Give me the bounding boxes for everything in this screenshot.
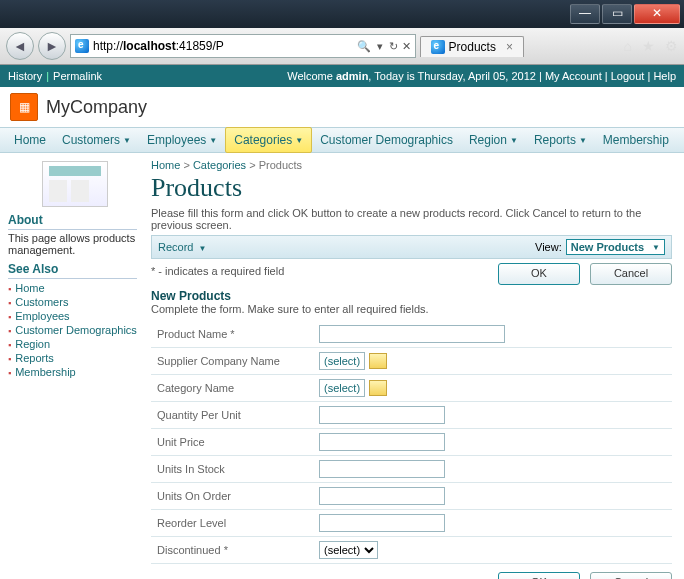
tab-favicon-icon [431, 40, 445, 54]
window-minimize-button[interactable]: — [570, 4, 600, 24]
sidebar: About This page allows products manageme… [0, 153, 145, 389]
discontinued-select[interactable]: (select) [319, 541, 378, 559]
tools-icon[interactable]: ⚙ [665, 38, 678, 54]
history-link[interactable]: History [8, 70, 42, 82]
sidebar-link[interactable]: Customer Demographics [8, 323, 137, 337]
crumb-current: Products [259, 159, 302, 171]
menu-home[interactable]: Home [6, 128, 54, 152]
ok-button-bottom[interactable]: OK [498, 572, 580, 579]
form-table: Product Name * Supplier Company Name(sel… [151, 321, 672, 564]
about-heading: About [8, 213, 137, 230]
sidebar-link[interactable]: Reports [8, 351, 137, 365]
units-on-order-input[interactable] [319, 487, 445, 505]
units-in-stock-input[interactable] [319, 460, 445, 478]
stop-icon[interactable]: ✕ [402, 40, 411, 53]
page-help: Please fill this form and click OK butto… [151, 207, 672, 231]
menu-reports[interactable]: Reports▼ [526, 128, 595, 152]
view-label: View: [535, 241, 562, 253]
tab-title: Products [449, 40, 496, 54]
app-topbar: History | Permalink Welcome admin, Today… [0, 65, 684, 87]
ok-button-top[interactable]: OK [498, 263, 580, 285]
favorites-icon[interactable]: ★ [642, 38, 655, 54]
record-menu[interactable]: Record ▼ [158, 241, 206, 253]
supplier-lookup-icon[interactable] [369, 353, 387, 369]
sidebar-link[interactable]: Customers [8, 295, 137, 309]
about-text: This page allows products management. [8, 232, 137, 256]
sidebar-link[interactable]: Membership [8, 365, 137, 379]
help-link[interactable]: Help [653, 70, 676, 82]
menu-customer-demographics[interactable]: Customer Demographics [312, 128, 461, 152]
cancel-button-top[interactable]: Cancel [590, 263, 672, 285]
back-button[interactable]: ◄ [6, 32, 34, 60]
forward-button[interactable]: ► [38, 32, 66, 60]
crumb-categories[interactable]: Categories [193, 159, 246, 171]
record-bar: Record ▼ View: New Products▼ [151, 235, 672, 259]
ie-favicon-icon [75, 39, 89, 53]
page-title: Products [151, 173, 672, 203]
breadcrumb: Home > Categories > Products [151, 157, 672, 173]
window-titlebar: — ▭ ✕ [0, 0, 684, 28]
sidebar-link[interactable]: Employees [8, 309, 137, 323]
main-content: Home > Categories > Products Products Pl… [145, 153, 684, 579]
qpu-input[interactable] [319, 406, 445, 424]
home-icon[interactable]: ⌂ [624, 38, 632, 54]
logout-link[interactable]: Logout [611, 70, 645, 82]
crumb-home[interactable]: Home [151, 159, 180, 171]
main-menu: Home Customers▼ Employees▼ Categories▼ C… [0, 127, 684, 153]
unit-price-input[interactable] [319, 433, 445, 451]
sidebar-link[interactable]: Region [8, 337, 137, 351]
refresh-icon[interactable]: ↻ [389, 40, 398, 53]
menu-customers[interactable]: Customers▼ [54, 128, 139, 152]
window-close-button[interactable]: ✕ [634, 4, 680, 24]
sidebar-link[interactable]: Home [8, 281, 137, 295]
supplier-select[interactable]: (select) [319, 352, 365, 370]
search-icon[interactable]: 🔍 [357, 40, 371, 53]
browser-toolbar: ◄ ► http://localhost:41859/P 🔍 ▾ ↻ ✕ Pro… [0, 28, 684, 65]
menu-region[interactable]: Region▼ [461, 128, 526, 152]
brand-name: MyCompany [46, 97, 147, 118]
reorder-level-input[interactable] [319, 514, 445, 532]
address-bar[interactable]: http://localhost:41859/P 🔍 ▾ ↻ ✕ [70, 34, 416, 58]
my-account-link[interactable]: My Account [545, 70, 602, 82]
page-thumbnail-icon [42, 161, 108, 207]
product-name-input[interactable] [319, 325, 505, 343]
menu-categories[interactable]: Categories▼ [225, 127, 312, 153]
permalink-link[interactable]: Permalink [53, 70, 102, 82]
section-desc: Complete the form. Make sure to enter al… [151, 303, 672, 315]
tab-close-icon[interactable]: × [506, 40, 513, 54]
brand-logo-icon: ▦ [10, 93, 38, 121]
category-lookup-icon[interactable] [369, 380, 387, 396]
cancel-button-bottom[interactable]: Cancel [590, 572, 672, 579]
category-select[interactable]: (select) [319, 379, 365, 397]
menu-membership[interactable]: Membership [595, 128, 677, 152]
section-title: New Products [151, 289, 672, 303]
address-url: http://localhost:41859/P [93, 39, 353, 53]
window-maximize-button[interactable]: ▭ [602, 4, 632, 24]
menu-employees[interactable]: Employees▼ [139, 128, 225, 152]
brand-bar: ▦ MyCompany [0, 87, 684, 127]
view-selector[interactable]: New Products▼ [566, 239, 665, 255]
see-also-heading: See Also [8, 262, 137, 279]
browser-tab[interactable]: Products × [420, 36, 524, 57]
